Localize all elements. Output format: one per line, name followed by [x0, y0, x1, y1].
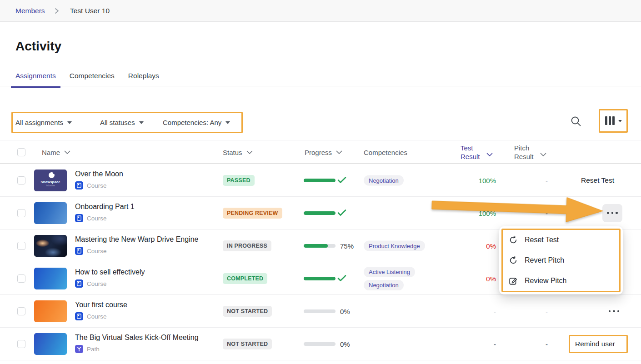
menu-item-reset-test[interactable]: Reset Test [503, 231, 619, 249]
sort-chevron-icon [246, 150, 253, 155]
table-row: The Big Virtual Sales Kick-Off Meeting P… [0, 328, 641, 360]
test-result: 0% [454, 242, 496, 249]
row-checkbox[interactable] [17, 340, 25, 348]
sort-chevron-icon [64, 150, 70, 155]
sort-chevron-icon[interactable] [486, 150, 493, 159]
sort-chevron-icon[interactable] [540, 150, 546, 159]
assignment-title[interactable]: Mastering the New Warp Drive Engine [75, 235, 199, 244]
check-icon [337, 274, 346, 282]
course-thumbnail [34, 202, 67, 224]
check-icon [337, 176, 346, 184]
competency-tags: Product Knowledge [364, 240, 425, 251]
row-checkbox[interactable] [17, 176, 25, 184]
annotation-arrow [430, 191, 612, 229]
assignment-type: Course [75, 279, 107, 288]
assignment-type: Course [75, 214, 107, 222]
reset-icon [509, 235, 518, 244]
menu-item-review-pitch[interactable]: Review Pitch [503, 272, 619, 290]
reset-test-action[interactable]: Reset Test [581, 176, 614, 184]
menu-item-revert-pitch[interactable]: Revert Pitch [503, 251, 619, 269]
row-checkbox[interactable] [17, 242, 25, 250]
assignment-title[interactable]: Onboarding Part 1 [75, 203, 135, 211]
test-result: 100% [454, 176, 496, 184]
competencies-filter-dropdown[interactable]: Competencies: Any [163, 112, 230, 133]
column-header-status[interactable]: Status [223, 140, 253, 164]
column-header-name[interactable]: Name [42, 140, 70, 164]
pitch-result: - [500, 176, 548, 184]
competency-tag: Negotiation [364, 175, 404, 185]
remind-user-button[interactable]: Remind user [569, 335, 628, 353]
edit-icon [509, 276, 518, 285]
assignment-type: Course [75, 312, 107, 320]
progress-bar [304, 309, 336, 313]
progress-percent: 0% [340, 340, 350, 348]
column-header-pitch-result[interactable]: Pitch Result [514, 144, 537, 161]
tab-competencies[interactable]: Competencies [65, 71, 119, 88]
course-icon [75, 279, 83, 288]
moon-icon [49, 172, 55, 178]
caret-down-icon [139, 121, 144, 124]
test-result: 0% [454, 274, 496, 282]
column-header-test-result[interactable]: Test Result [461, 144, 486, 161]
tab-assignments[interactable]: Assignments [11, 71, 60, 88]
course-thumbnail [34, 235, 67, 257]
caret-down-icon [67, 121, 72, 124]
breadcrumb: Members Test User 10 [0, 0, 641, 22]
actions-menu: Reset Test Revert Pitch Review Pitch [499, 226, 623, 294]
path-thumbnail [34, 333, 67, 355]
progress-bar [304, 277, 336, 280]
course-thumbnail [34, 300, 67, 322]
assignment-title[interactable]: The Big Virtual Sales Kick-Off Meeting [75, 334, 199, 342]
progress-bar [304, 179, 336, 182]
status-badge: PENDING REVIEW [223, 208, 282, 219]
course-thumbnail [34, 268, 67, 289]
progress-percent: 0% [340, 307, 350, 315]
tab-roleplays[interactable]: Roleplays [124, 71, 164, 88]
column-header-progress[interactable]: Progress [305, 140, 342, 164]
assignment-title[interactable]: How to sell effectively [75, 268, 145, 276]
assignment-title[interactable]: Over the Moon [75, 170, 123, 178]
assignment-type: Course [75, 181, 107, 189]
pitch-result: - [500, 307, 548, 315]
more-actions-icon [609, 310, 620, 312]
assignment-type: Course [75, 247, 107, 255]
statuses-filter-dropdown[interactable]: All statuses [100, 112, 144, 133]
select-all-checkbox[interactable] [17, 148, 25, 156]
pitch-result: - [500, 340, 548, 348]
statuses-filter-label: All statuses [100, 119, 135, 126]
competencies-filter-label: Competencies: Any [163, 119, 221, 126]
revert-icon [509, 256, 518, 265]
status-badge: NOT STARTED [223, 339, 272, 349]
status-badge: IN PROGRESS [223, 240, 271, 251]
more-actions-button[interactable] [609, 310, 620, 312]
progress-bar [304, 244, 336, 248]
table-header: Name Status Progress Competencies Test R… [0, 140, 641, 164]
competency-tags: Active Listening Negotiation [364, 267, 415, 290]
row-checkbox[interactable] [17, 274, 25, 283]
status-badge: COMPLETED [223, 273, 267, 284]
page-title: Activity [15, 39, 61, 54]
activity-tabs: Assignments Competencies Roleplays [11, 71, 164, 88]
course-icon [75, 312, 83, 320]
caret-down-icon[interactable] [618, 120, 622, 122]
course-icon [75, 247, 83, 255]
assignments-filter-dropdown[interactable]: All assignments [15, 112, 72, 133]
course-icon [75, 214, 83, 222]
progress-percent: 75% [340, 242, 354, 249]
columns-button[interactable] [605, 116, 615, 125]
thumbnail-brand-text: Showspace [34, 180, 67, 184]
breadcrumb-members-link[interactable]: Members [15, 0, 45, 22]
table-row: Your first course Course NOT STARTED 0% … [0, 295, 641, 328]
progress-bar [304, 211, 336, 215]
thumbnail-brand-subtext: Industries [34, 184, 67, 187]
test-result: - [454, 307, 496, 315]
row-checkbox[interactable] [17, 209, 25, 217]
assignment-title[interactable]: Your first course [75, 301, 127, 309]
course-icon [75, 181, 83, 189]
competency-tag: Product Knowledge [364, 240, 425, 251]
remind-user-label: Remind user [575, 340, 615, 348]
progress-bar [304, 342, 336, 346]
row-checkbox[interactable] [17, 307, 25, 315]
competency-tags: Negotiation [364, 175, 404, 185]
search-icon[interactable] [570, 115, 583, 128]
